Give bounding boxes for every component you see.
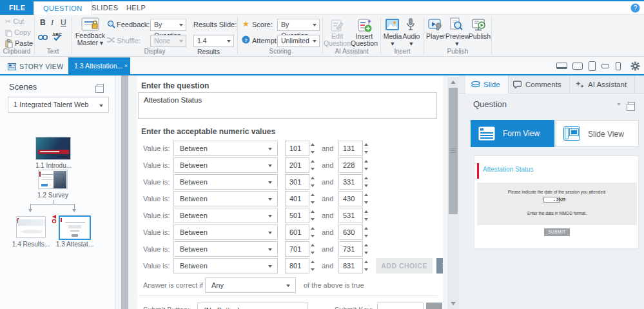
min-spinner[interactable] [309,241,317,257]
min-spinner[interactable] [309,174,317,190]
slide-thumbnail-1-2[interactable] [38,170,68,189]
tablet-portrait-icon[interactable] [589,61,596,71]
symbol-icon[interactable] [38,33,48,41]
min-spinner[interactable] [309,141,317,156]
cut-button[interactable]: ✂ Cut [5,17,24,26]
operator-dropdown[interactable]: Between [173,241,278,257]
operator-dropdown[interactable]: Between [173,191,278,206]
max-spinner[interactable] [363,208,370,223]
media-button[interactable]: Media▾ [382,33,404,47]
player-button[interactable]: Player [425,33,446,40]
max-value-input[interactable]: 531 [338,208,363,223]
attempts-dropdown[interactable]: Unlimited [277,35,320,47]
copy-button[interactable]: Copy [5,28,31,36]
question-input[interactable]: Attestation Status [138,92,437,119]
slide-preview[interactable]: Attestation Status Please indicate the d… [474,155,639,249]
slide-label-1-2[interactable]: 1.2 Survey [24,192,82,199]
min-value-input[interactable]: 101 [285,141,309,156]
max-value-input[interactable]: 630 [338,224,363,240]
max-spinner[interactable] [363,258,370,274]
max-spinner[interactable] [363,241,370,257]
submit-key-input[interactable] [377,303,424,309]
max-value-input[interactable]: 228 [338,157,363,173]
operator-dropdown[interactable]: Between [173,258,278,274]
max-spinner[interactable] [363,157,370,173]
underline-button[interactable]: U [61,18,66,27]
min-spinner[interactable] [309,191,317,206]
scene-selector[interactable]: 1 Integrated Talent Web [8,97,109,113]
close-icon[interactable]: × [124,57,128,74]
add-choice-button[interactable]: ADD CHOICE [376,258,433,274]
max-value-input[interactable]: 331 [338,174,363,190]
spellcheck-icon[interactable]: ABC [52,32,63,41]
slide-thumbnail-1-4[interactable] [16,216,46,238]
audio-button[interactable]: Audio▾ [402,33,420,47]
insert-question-button[interactable]: Insert Question [349,33,379,47]
submit-key-button[interactable] [426,303,442,309]
operator-dropdown[interactable]: Between [173,224,278,240]
preview-button[interactable]: Preview▾ [445,33,469,47]
operator-dropdown[interactable]: Between [173,174,278,190]
tab-file[interactable]: FILE [0,1,34,15]
laptop-icon[interactable] [556,63,567,69]
min-value-input[interactable]: 301 [285,174,309,190]
story-view-tab[interactable]: STORY VIEW [8,59,63,74]
tablet-landscape-icon[interactable] [572,63,583,70]
scrollbar-thumb[interactable] [449,88,458,214]
slide-thumbnail-1-1[interactable] [35,137,71,160]
slide-label-1-1[interactable]: 1.1 Introdu... [24,162,83,169]
operator-dropdown[interactable]: Between [173,141,278,156]
min-spinner[interactable] [309,258,317,274]
feedback-dropdown[interactable]: By Question [150,19,186,31]
max-spinner[interactable] [363,174,370,190]
min-value-input[interactable]: 601 [285,224,309,240]
feedback-master-button[interactable]: Feedback Master ▾ [73,32,107,46]
phone-landscape-icon[interactable] [601,64,609,68]
help-icon[interactable]: ? [630,3,640,13]
phone-portrait-icon[interactable] [616,62,621,70]
tab-help[interactable]: HELP [117,1,155,15]
italic-button[interactable]: I [51,18,54,28]
slide-label-1-3[interactable]: 1.3 Attestat... [46,241,104,248]
form-view-button[interactable]: Form View [471,120,554,147]
min-value-input[interactable]: 401 [285,191,309,206]
results-slide-dropdown[interactable]: 1.4 Results ... [193,35,234,47]
question-section-header[interactable]: Question [459,94,644,114]
min-value-input[interactable]: 801 [285,258,309,274]
tab-slide[interactable]: Slide [465,75,509,94]
min-value-input[interactable]: 201 [285,157,309,173]
publish-button[interactable]: Publish [467,33,492,40]
form-scrollbar[interactable] [447,77,459,309]
collapse-panel-icon[interactable] [97,84,104,90]
max-spinner[interactable] [363,191,370,206]
slide-tab-active[interactable]: 1.3 Attestation... × [68,57,130,74]
slide-view-button[interactable]: Slide View [556,120,639,147]
min-spinner[interactable] [309,208,317,223]
max-value-input[interactable]: 731 [338,241,363,257]
tab-ai-assistant[interactable]: AI Assistant [570,75,635,94]
bold-button[interactable]: B [40,18,46,27]
scroll-down-icon[interactable] [451,302,456,305]
collapse-panel-icon[interactable] [628,102,635,108]
operator-dropdown[interactable]: Between [173,208,278,223]
min-value-input[interactable]: 701 [285,241,309,257]
max-value-input[interactable]: 831 [338,258,363,274]
scroll-up-icon[interactable] [451,81,456,84]
tab-comments[interactable]: Comments [507,75,570,94]
min-value-input[interactable]: 501 [285,208,309,223]
gear-icon[interactable] [630,61,640,71]
panel-splitter[interactable] [121,75,128,309]
submit-button-dropdown[interactable]: (No Button) [197,303,308,309]
slide-thumbnail-1-3[interactable] [59,215,91,240]
max-value-input[interactable]: 430 [338,191,363,206]
correct-if-dropdown[interactable]: Any [205,277,296,293]
min-spinner[interactable] [309,224,317,240]
remove-choice-button[interactable]: X [436,258,443,274]
min-spinner[interactable] [309,157,317,173]
max-spinner[interactable] [363,224,370,240]
max-value-input[interactable]: 131 [338,141,363,156]
paste-button[interactable]: Paste [5,39,33,47]
operator-dropdown[interactable]: Between [173,157,278,173]
max-spinner[interactable] [363,141,370,156]
score-dropdown[interactable]: By Question [277,19,320,31]
